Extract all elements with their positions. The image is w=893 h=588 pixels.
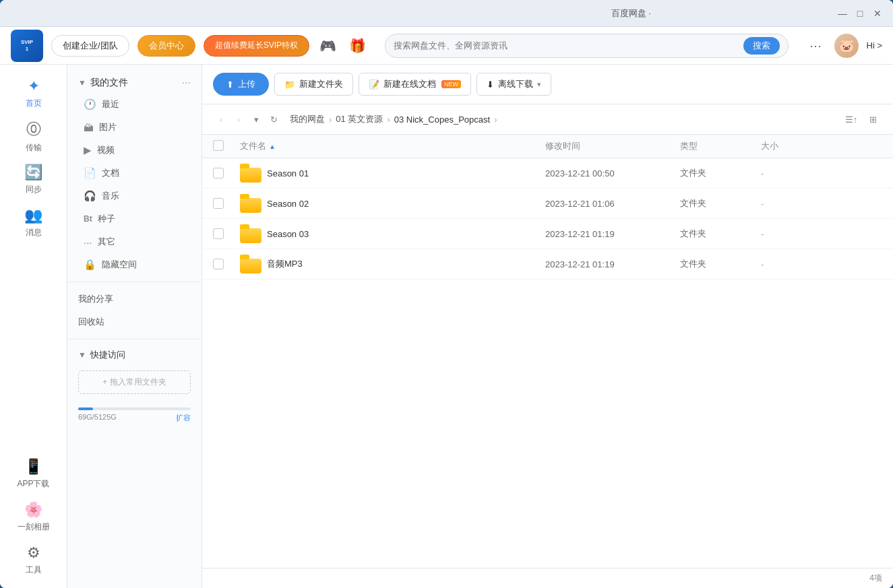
add-folder-button[interactable]: + 拖入常用文件夹: [78, 370, 191, 394]
my-files-more-icon[interactable]: ···: [182, 77, 191, 89]
sidebar-transfer-label: 传输: [26, 142, 42, 154]
nav-item-video[interactable]: ▶ 视频: [67, 139, 202, 162]
new-folder-button[interactable]: 📁 新建文件夹: [274, 73, 353, 96]
refresh-button[interactable]: ↻: [266, 111, 282, 127]
nav-item-music[interactable]: 🎧 音乐: [67, 185, 202, 207]
music-icon: 🎧: [84, 190, 96, 202]
list-sort-icon[interactable]: ☰↑: [842, 110, 861, 129]
upload-button[interactable]: ⬆ 上传: [213, 73, 269, 96]
table-row[interactable]: 音频MP3 2023-12-21 01:19 文件夹 -: [202, 249, 893, 280]
sidebar-bottom: 📱 APP下载 🌸 一刻相册 ⚙ 工具: [7, 453, 61, 580]
file-panel: ▼ 我的文件 ··· 🕐 最近 🏔 图片 ▶ 视频 📄: [67, 65, 893, 588]
actions-col-header: [828, 140, 882, 152]
nav-item-torrent[interactable]: Bt 种子: [67, 207, 202, 230]
app-logo: SVIP1: [11, 30, 43, 62]
expand-storage-link[interactable]: 扩容: [176, 413, 191, 423]
row-checkbox-cell: [213, 259, 240, 269]
vip-center-button[interactable]: 会员中心: [137, 35, 195, 57]
gift-icon[interactable]: 🎁: [347, 35, 369, 57]
nav-item-hidden[interactable]: 🔒 隐藏空间: [67, 253, 202, 276]
row-checkbox-4[interactable]: [213, 259, 224, 269]
table-row[interactable]: Season 03 2023-12-21 01:19 文件夹 -: [202, 219, 893, 249]
album-icon: 🌸: [24, 501, 42, 519]
games-icon[interactable]: 🎮: [317, 35, 339, 57]
home-icon: ✦: [28, 77, 40, 95]
forward-button[interactable]: ›: [230, 111, 247, 127]
row-checkbox-2[interactable]: [213, 198, 224, 209]
create-team-button[interactable]: 创建企业/团队: [51, 35, 129, 57]
hi-label[interactable]: Hi >: [867, 40, 882, 51]
upload-icon: ⬆: [226, 79, 234, 90]
folder-icon-4: [240, 255, 261, 273]
sidebar-item-transfer[interactable]: ⓪ 传输: [7, 116, 61, 156]
nav-torrent-label: 种子: [98, 213, 115, 225]
sort-icon[interactable]: ▲: [269, 143, 276, 150]
nav-docs-label: 文档: [102, 167, 119, 179]
svip-promo-button[interactable]: 超值续费延长SVIP特权: [204, 35, 309, 57]
new-doc-button[interactable]: 📝 新建在线文档 NEW: [359, 73, 471, 96]
search-button[interactable]: 搜索: [743, 37, 780, 55]
sidebar-album-label: 一刻相册: [18, 521, 50, 533]
more-options-icon[interactable]: ⋯: [805, 35, 826, 57]
nav-item-recent[interactable]: 🕐 最近: [67, 93, 202, 116]
size-2: -: [761, 199, 828, 209]
my-files-arrow: ▼: [78, 78, 86, 88]
row-checkbox-cell: [213, 228, 240, 239]
nav-item-other[interactable]: ··· 其它: [67, 230, 202, 253]
other-icon: ···: [84, 236, 92, 248]
row-checkbox-3[interactable]: [213, 228, 224, 239]
breadcrumb-end-arrow: ›: [494, 115, 497, 125]
table-row[interactable]: Season 01 2023-12-21 00:50 文件夹 -: [202, 158, 893, 189]
quick-access-section[interactable]: ▼ 快捷访问: [67, 345, 202, 365]
sidebar-item-tools[interactable]: ⚙ 工具: [7, 540, 61, 580]
sidebar-item-album[interactable]: 🌸 一刻相册: [7, 496, 61, 537]
quick-access-arrow: ▼: [78, 350, 86, 360]
modified-col-header: 修改时间: [545, 140, 680, 152]
nav-tree: ▼ 我的文件 ··· 🕐 最近 🏔 图片 ▶ 视频 📄: [67, 65, 202, 588]
nav-item-docs[interactable]: 📄 文档: [67, 162, 202, 185]
type-1: 文件夹: [680, 167, 761, 179]
breadcrumb-root[interactable]: 我的网盘: [290, 113, 325, 125]
grid-view-icon[interactable]: ⊞: [863, 110, 882, 129]
nav-share-link[interactable]: 我的分享: [67, 288, 202, 311]
row-checkbox-1[interactable]: [213, 168, 224, 178]
row-checkbox-cell: [213, 198, 240, 209]
nav-divider-1: [67, 282, 202, 282]
nav-item-pictures[interactable]: 🏔 图片: [67, 116, 202, 139]
row-checkbox-cell: [213, 168, 240, 178]
view-controls: ☰↑ ⊞: [842, 110, 882, 129]
my-files-section[interactable]: ▼ 我的文件 ···: [67, 73, 202, 93]
sidebar-app-label: APP下载: [17, 478, 49, 490]
sidebar-item-app-download[interactable]: 📱 APP下载: [7, 453, 61, 494]
back-button[interactable]: ‹: [213, 111, 229, 127]
file-name-4: 音频MP3: [267, 258, 303, 270]
avatar[interactable]: 🐷: [834, 34, 859, 58]
sidebar-item-sync[interactable]: 🔄 同步: [7, 159, 61, 199]
folder-plus-icon: 📁: [284, 79, 295, 90]
doc-icon: 📝: [369, 79, 379, 90]
toolbar: ⬆ 上传 📁 新建文件夹 📝 新建在线文档 NEW ⬇ 离线下载: [202, 65, 893, 104]
breadcrumb-level1[interactable]: 01 英文资源: [336, 113, 383, 125]
select-all-checkbox[interactable]: [213, 140, 224, 151]
search-input[interactable]: [394, 40, 743, 51]
table-row[interactable]: Season 02 2023-12-21 01:06 文件夹 -: [202, 189, 893, 219]
file-name-3: Season 03: [267, 229, 309, 239]
minimize-button[interactable]: —: [838, 9, 847, 18]
type-3: 文件夹: [680, 228, 761, 240]
breadcrumb-sep-1: ›: [329, 115, 332, 125]
nav-trash-link[interactable]: 回收站: [67, 311, 202, 333]
offline-chevron-icon: ▾: [537, 80, 541, 89]
dropdown-button[interactable]: ▾: [248, 111, 264, 127]
headerbar: SVIP1 创建企业/团队 会员中心 超值续费延长SVIP特权 🎮 🎁 搜索 ⋯…: [0, 27, 893, 65]
sidebar-item-home[interactable]: ✦ 首页: [7, 73, 61, 113]
sidebar-home-label: 首页: [26, 98, 42, 109]
nav-divider-2: [67, 339, 202, 339]
breadcrumb-sep-2: ›: [387, 115, 390, 125]
close-button[interactable]: ✕: [873, 9, 882, 18]
modified-1: 2023-12-21 00:50: [545, 168, 680, 178]
offline-download-button[interactable]: ⬇ 离线下载 ▾: [476, 73, 551, 96]
download-icon: ⬇: [487, 79, 494, 90]
type-col-header: 类型: [680, 140, 761, 152]
maximize-button[interactable]: □: [855, 9, 865, 18]
sidebar-item-messages[interactable]: 👥 消息: [7, 202, 61, 242]
